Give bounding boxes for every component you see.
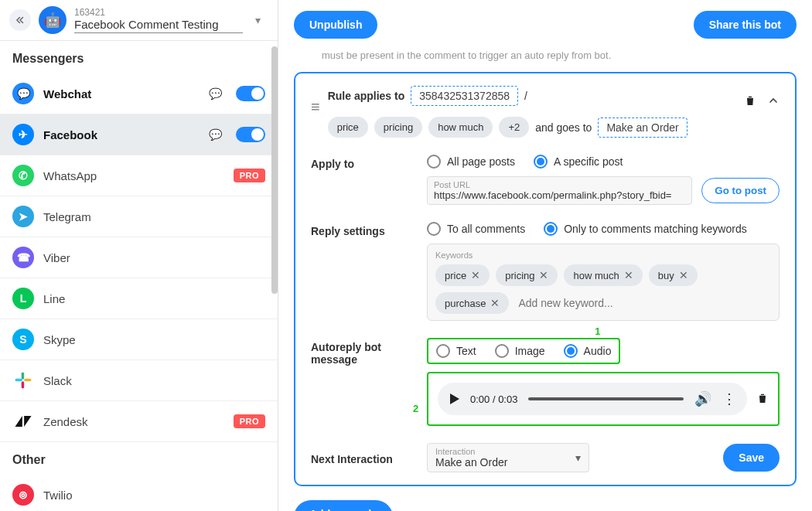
messenger-label: Webchat (43, 87, 200, 100)
radio-audio[interactable]: Audio (564, 344, 612, 358)
sidebar-item-facebook[interactable]: ✈Facebook💬 (0, 114, 278, 155)
other-heading: Other (0, 442, 278, 475)
keyword-chip[interactable]: purchase✕ (435, 292, 509, 314)
go-to-post-button[interactable]: Go to post (701, 178, 780, 203)
bot-dropdown-icon[interactable]: ▾ (251, 14, 265, 26)
share-bot-button[interactable]: Share this bot (694, 11, 797, 39)
keywords-box: Keywords price✕pricing✕how much✕buy✕purc… (427, 244, 780, 321)
radio-image[interactable]: Image (495, 344, 545, 358)
radio-matching-keywords[interactable]: Only to comments matching keywords (544, 222, 747, 236)
topbar: Unpublish Share this bot (278, 0, 812, 49)
sidebar-item-line[interactable]: LLine (0, 278, 278, 319)
remove-keyword-icon[interactable]: ✕ (679, 269, 688, 281)
save-button[interactable]: Save (723, 444, 780, 472)
sidebar: 🤖 163421 Facebook Comment Testing ▾ Mess… (0, 0, 278, 511)
keyword-input[interactable] (515, 294, 657, 312)
sidebar-item-skype[interactable]: SSkype (0, 319, 278, 360)
messenger-label: Facebook (43, 128, 200, 141)
chat-icon: 💬 (209, 87, 222, 100)
radio-specific-post[interactable]: A specific post (534, 155, 623, 169)
autoreply-label: Autoreply bot message (311, 338, 411, 366)
sidebar-item-zendesk[interactable]: ZendeskPRO (0, 401, 278, 442)
delete-rule-icon[interactable] (744, 94, 756, 110)
messenger-label: Viber (43, 251, 265, 264)
remove-keyword-icon[interactable]: ✕ (471, 269, 480, 281)
collapse-rule-icon[interactable] (767, 94, 780, 109)
messenger-label: Zendesk (43, 415, 224, 428)
summary-chip[interactable]: how much (428, 117, 493, 138)
messenger-label: Slack (43, 374, 265, 387)
hint-text: must be present in the comment to trigge… (294, 49, 797, 72)
play-button-icon[interactable] (450, 393, 459, 404)
collapse-sidebar-button[interactable] (9, 9, 31, 31)
remove-keyword-icon[interactable]: ✕ (539, 269, 548, 281)
bot-selector[interactable]: 163421 Facebook Comment Testing (74, 7, 243, 33)
radio-all-page-posts[interactable]: All page posts (427, 155, 515, 169)
audio-time: 0:00 / 0:03 (470, 393, 517, 405)
post-id-box[interactable]: 358432531372858 (411, 86, 518, 106)
messenger-label: Twilio (43, 489, 265, 502)
sidebar-item-twilio[interactable]: ⊚Twilio (0, 475, 278, 511)
messenger-label: WhatsApp (43, 169, 224, 182)
apply-to-label: Apply to (311, 155, 411, 170)
audio-menu-icon[interactable]: ⋮ (722, 390, 735, 407)
apply-to-row: Apply to All page posts A specific post … (311, 155, 780, 205)
interaction-select[interactable]: Interaction Make an Order (427, 443, 589, 472)
unpublish-button[interactable]: Unpublish (294, 11, 377, 39)
svg-rect-1 (24, 379, 31, 382)
delete-audio-icon[interactable] (756, 391, 769, 407)
remove-keyword-icon[interactable]: ✕ (490, 297, 500, 309)
rule-header: ≡ Rule applies to 358432531372858 / pric… (311, 86, 780, 138)
svg-rect-0 (15, 379, 22, 382)
radio-text[interactable]: Text (436, 344, 476, 358)
other-list: ⊚Twilio (0, 475, 278, 511)
sidebar-item-webchat[interactable]: 💬Webchat💬 (0, 73, 278, 114)
next-interaction-row: Next Interaction Interaction Make an Ord… (311, 443, 780, 472)
rule-card: ≡ Rule applies to 358432531372858 / pric… (294, 72, 797, 486)
bot-name: Facebook Comment Testing (74, 18, 243, 31)
sidebar-item-viber[interactable]: ☎Viber (0, 237, 278, 278)
slash: / (524, 90, 527, 102)
keyword-chip[interactable]: how much✕ (564, 264, 642, 286)
sidebar-item-slack[interactable]: Slack (0, 360, 278, 401)
audio-player: 0:00 / 0:03 🔊 ⋮ (438, 383, 747, 415)
keyword-chip[interactable]: price✕ (435, 264, 490, 286)
sidebar-header: 🤖 163421 Facebook Comment Testing ▾ (0, 0, 278, 41)
pro-badge: PRO (234, 169, 265, 182)
content-area: must be present in the comment to trigge… (278, 49, 812, 511)
volume-icon[interactable]: 🔊 (694, 390, 711, 407)
add-new-rule-button[interactable]: Add new rule (294, 500, 393, 511)
sidebar-scrollbar[interactable] (271, 46, 278, 294)
rule-summary: Rule applies to 358432531372858 / pricep… (328, 86, 736, 138)
sidebar-item-telegram[interactable]: ➤Telegram (0, 196, 278, 237)
toggle-webchat[interactable] (236, 86, 265, 101)
main-panel: Unpublish Share this bot must be present… (278, 0, 812, 511)
remove-keyword-icon[interactable]: ✕ (624, 269, 633, 281)
summary-chip[interactable]: price (328, 117, 368, 138)
summary-chip[interactable]: +2 (499, 117, 529, 138)
reply-settings-row: Reply settings To all comments Only to c… (311, 222, 780, 321)
goes-to-box[interactable]: Make an Order (598, 118, 687, 138)
chevron-double-left-icon (15, 15, 26, 26)
svg-rect-2 (22, 373, 25, 380)
radio-all-comments[interactable]: To all comments (427, 222, 525, 236)
messengers-heading: Messengers (0, 41, 278, 73)
sidebar-item-whatsapp[interactable]: ✆WhatsAppPRO (0, 155, 278, 196)
reply-settings-label: Reply settings (311, 222, 411, 237)
messenger-label: Telegram (43, 210, 265, 223)
messenger-label: Skype (43, 333, 265, 346)
messenger-label: Line (43, 292, 265, 305)
applies-to-label: Rule applies to (328, 90, 405, 102)
toggle-facebook[interactable] (236, 127, 265, 142)
audio-track[interactable] (528, 397, 684, 400)
chat-icon: 💬 (209, 128, 222, 141)
keyword-chip[interactable]: buy✕ (649, 264, 698, 286)
summary-chip[interactable]: pricing (374, 117, 422, 138)
bot-id: 163421 (74, 7, 243, 18)
drag-handle-icon[interactable]: ≡ (311, 86, 320, 116)
messenger-list: 💬Webchat💬✈Facebook💬✆WhatsAppPRO➤Telegram… (0, 73, 278, 442)
goes-to-label: and goes to (535, 121, 592, 134)
post-url-input[interactable]: Post URL https://www.facebook.com/permal… (427, 176, 692, 205)
bot-avatar: 🤖 (39, 6, 67, 34)
keyword-chip[interactable]: pricing✕ (496, 264, 558, 286)
